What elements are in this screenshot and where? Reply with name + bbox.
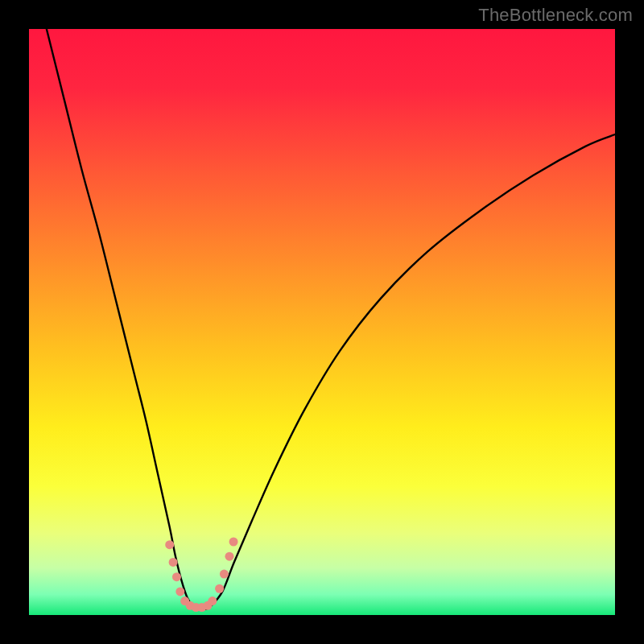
plot-area — [29, 29, 615, 615]
chart-frame: TheBottleneck.com — [0, 0, 644, 644]
background-gradient — [29, 29, 615, 615]
svg-rect-0 — [29, 29, 615, 615]
watermark-text: TheBottleneck.com — [478, 5, 633, 26]
